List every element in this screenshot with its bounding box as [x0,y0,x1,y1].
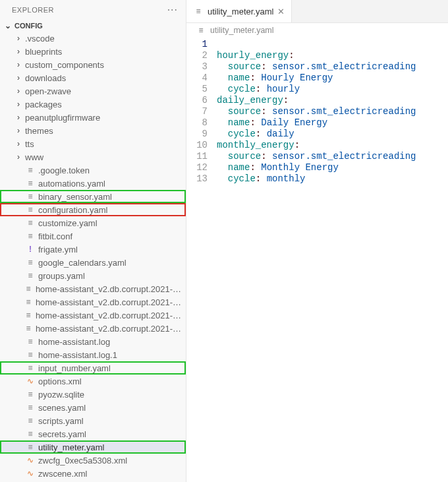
file-label: scenes.yaml [38,403,86,413]
yaml-file-icon: ≡ [25,218,36,227]
file-home-assistant-log[interactable]: ›≡home-assistant.log [0,335,186,348]
file-home-assistant-v2-db-corrupt-2021-07-21t1---[interactable]: ›≡home-assistant_v2.db.corrupt.2021-07-2… [0,309,186,322]
folder-custom-components[interactable]: ›custom_components [0,58,186,71]
line-number: 12 [186,162,208,173]
file-label: groups.yaml [38,271,85,281]
chevron-right-icon: › [14,73,22,82]
editor-tabs: ≡ utility_meter.yaml ✕ [186,0,448,23]
line-gutter: 12345678910111213 [186,39,217,185]
file-label: options.xml [38,377,82,386]
file-google-calendars-yaml[interactable]: ›≡google_calendars.yaml [0,256,186,269]
breadcrumb[interactable]: ≡ utility_meter.yaml [186,23,448,38]
file-zwcfg-0xec5a5308-xml[interactable]: ›∿zwcfg_0xec5a5308.xml [0,454,186,467]
section-header-config[interactable]: ⌄ CONFIG [0,20,186,32]
xml-file-icon: ∿ [25,456,36,465]
file-secrets-yaml[interactable]: ›≡secrets.yaml [0,427,186,440]
folder-www[interactable]: ›www [0,150,186,164]
file-home-assistant-v2-db-corrupt-2021-05-06t0---[interactable]: ›≡home-assistant_v2.db.corrupt.2021-05-0… [0,282,186,295]
folder-open-zwave[interactable]: ›open-zwave [0,84,186,98]
file-label: secrets.yaml [38,429,86,439]
folder-packages[interactable]: ›packages [0,98,186,111]
file-label: customize.yaml [38,218,98,228]
file--google-token[interactable]: ›≡.google.token [0,164,186,177]
yaml-file-icon: ≡ [24,311,33,320]
file-label: frigate.yml [38,245,78,255]
folder-label: peanutplugfirmware [25,113,100,123]
file-options-xml[interactable]: ›∿options.xml [0,375,186,388]
file-pyozw-sqlite[interactable]: ›≡pyozw.sqlite [0,388,186,401]
yaml-file-icon: ≡ [25,179,36,188]
chevron-right-icon: › [14,100,22,109]
folder-label: blueprints [25,47,62,57]
file-frigate-yml[interactable]: ›!frigate.yml [0,243,186,256]
line-number: 6 [186,95,208,106]
code-line [217,39,448,50]
code-line: name: Hourly Energy [217,73,448,84]
line-number: 10 [186,140,208,151]
file-scripts-yaml[interactable]: ›≡scripts.yaml [0,414,186,427]
chevron-right-icon: › [14,139,22,148]
xml-file-icon: ∿ [25,469,36,478]
folder-label: www [25,152,43,162]
file-groups-yaml[interactable]: ›≡groups.yaml [0,269,186,282]
code-line: cycle: hourly [217,84,448,95]
file-scenes-yaml[interactable]: ›≡scenes.yaml [0,401,186,414]
file-home-assistant-v2-db-corrupt-2021-07-10t0---[interactable]: ›≡home-assistant_v2.db.corrupt.2021-07-1… [0,295,186,309]
folder-label: themes [25,126,53,136]
file-label: configuration.yaml [38,205,108,215]
folder-label: open-zwave [25,86,71,96]
folder-peanutplugfirmware[interactable]: ›peanutplugfirmware [0,111,186,124]
line-number: 1 [186,39,208,50]
folder-tts[interactable]: ›tts [0,137,186,150]
file-label: automations.yaml [38,179,105,189]
code-editor[interactable]: 12345678910111213 hourly_energy: source:… [186,38,448,185]
folder-themes[interactable]: ›themes [0,124,186,137]
chevron-right-icon: › [14,34,22,43]
file-configuration-yaml[interactable]: ›≡configuration.yaml [0,203,186,216]
line-number: 11 [186,151,208,162]
code-line: source: sensor.smt_electricreading [217,151,448,162]
file-home-assistant-v2-db-corrupt-2021-08-18t0---[interactable]: ›≡home-assistant_v2.db.corrupt.2021-08-1… [0,322,186,335]
folder-label: tts [25,139,34,149]
file-utility-meter-yaml[interactable]: ›≡utility_meter.yaml [0,440,186,454]
file-label: home-assistant_v2.db.corrupt.2021-05-06T… [36,284,186,294]
yaml-file-icon: ≡ [25,363,36,373]
code-line: name: Daily Energy [217,117,448,129]
file-home-assistant-log-1[interactable]: ›≡home-assistant.log.1 [0,348,186,361]
more-actions-icon[interactable]: ··· [167,4,178,16]
file-zwscene-xml[interactable]: ›∿zwscene.xml [0,467,186,480]
explorer-sidebar: EXPLORER ··· ⌄ CONFIG ›.vscode›blueprint… [0,0,186,482]
folder-label: custom_components [25,60,104,70]
excl-file-icon: ! [25,245,36,254]
yaml-file-icon: ≡ [25,442,36,452]
code-line: cycle: daily [217,129,448,140]
file-fitbit-conf[interactable]: ›≡fitbit.conf [0,229,186,243]
file-label: fitbit.conf [38,231,72,241]
code-line: cycle: monthly [217,173,448,185]
file-label: zwcfg_0xec5a5308.xml [38,456,127,466]
file-label: zwscene.xml [38,469,87,479]
yaml-file-icon: ≡ [25,231,36,241]
code-line: daily_energy: [217,95,448,106]
breadcrumb-label: utility_meter.yaml [210,26,274,35]
close-tab-icon[interactable]: ✕ [277,7,285,16]
file-label: binary_sensor.yaml [38,192,112,202]
file-label: home-assistant_v2.db.corrupt.2021-07-10T… [36,297,186,307]
section-title: CONFIG [14,22,43,30]
folder--vscode[interactable]: ›.vscode [0,32,186,45]
tab-utility-meter[interactable]: ≡ utility_meter.yaml ✕ [186,0,292,22]
line-number: 2 [186,50,208,61]
yaml-file-icon: ≡ [24,324,33,333]
folder-blueprints[interactable]: ›blueprints [0,45,186,58]
file-binary-sensor-yaml[interactable]: ›≡binary_sensor.yaml [0,190,186,203]
file-automations-yaml[interactable]: ›≡automations.yaml [0,177,186,190]
tab-label: utility_meter.yaml [208,7,273,16]
file-tree: ›.vscode›blueprints›custom_components›do… [0,32,186,482]
explorer-title: EXPLORER [12,6,54,14]
code-line: source: sensor.smt_electricreading [217,61,448,73]
yaml-file-icon: ≡ [25,416,36,425]
file-input-number-yaml[interactable]: ›≡input_number.yaml [0,361,186,375]
line-number: 5 [186,84,208,95]
file-customize-yaml[interactable]: ›≡customize.yaml [0,216,186,229]
folder-downloads[interactable]: ›downloads [0,71,186,84]
